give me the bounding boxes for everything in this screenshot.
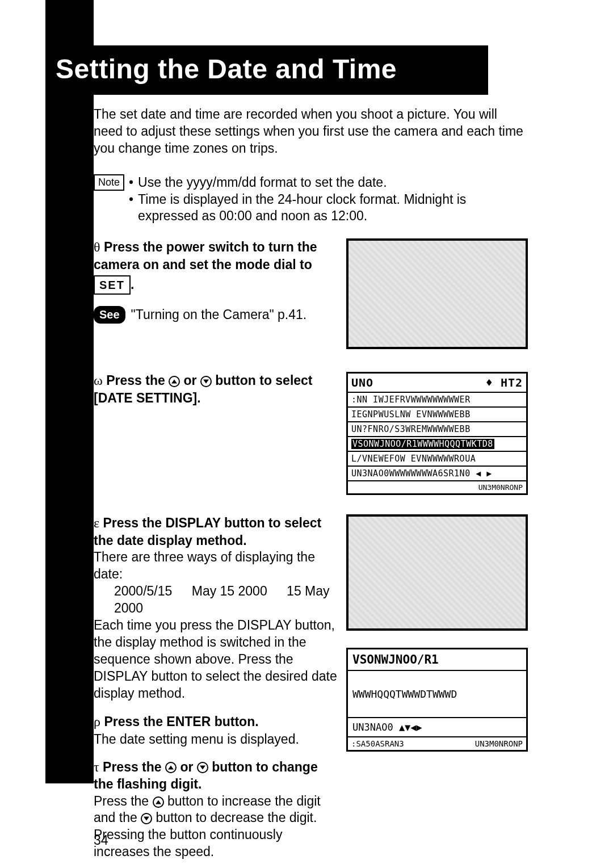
lcd2-title: VSONWJNOO/R1: [348, 649, 526, 670]
step-5-text-a: Press the: [103, 760, 165, 774]
updown-glyph: ♦: [486, 376, 493, 389]
set-mode-label: SET: [94, 275, 131, 295]
step-symbol: ω: [94, 373, 103, 388]
up-button-icon: [165, 762, 177, 773]
step-4-head-text: Press the ENTER button.: [104, 714, 258, 729]
lcd2-foot-right: UN3M0NRONP: [475, 739, 523, 748]
date-examples: 2000/5/15 May 15 2000 15 May 2000: [94, 583, 338, 617]
step-4-body: The date setting menu is displayed.: [94, 731, 338, 748]
step-5-body-a: Press the: [94, 794, 153, 808]
step-4-head: ρ Press the ENTER button.: [94, 713, 338, 731]
bullet-mark: •: [129, 191, 133, 225]
lcd-row: UN?FNRO/S3WREMWWWWWEBB: [348, 421, 526, 436]
lcd-row: L/VNEWEFOW EVNWWWWWROUA: [348, 451, 526, 466]
step-2-text-a: Press the: [106, 373, 169, 388]
step-3-head-text: Press the DISPLAY button to select the d…: [94, 515, 321, 547]
lcd-date-setting-screen: VSONWJNOO/R1 WWWHQQQTWWWDTWWWD UN3NAO0 ▲…: [346, 648, 528, 752]
step-3-body-a: There are three ways of displaying the d…: [94, 549, 338, 583]
step-3-head: ε Press the DISPLAY button to select the…: [94, 514, 338, 549]
left-margin-bar: [45, 0, 94, 783]
intro-paragraph: The set date and time are recorded when …: [94, 106, 528, 157]
step-5-body: Press the button to increase the digit a…: [94, 793, 338, 861]
note-badge: Note: [94, 174, 124, 191]
step-2-head: ω Press the or button to select [DATE SE…: [94, 372, 338, 406]
step-symbol: τ: [94, 760, 99, 774]
step-1-head: θ Press the power switch to turn the cam…: [94, 238, 338, 295]
bullet-mark: •: [129, 174, 133, 191]
camera-illustration-2: [346, 514, 528, 631]
step-3-body-b: Each time you press the DISPLAY button, …: [94, 617, 338, 702]
note-bullet: Time is displayed in the 24-hour clock f…: [138, 191, 528, 225]
step-5-head: τ Press the or button to change the flas…: [94, 758, 338, 793]
date-example: May 15 2000: [192, 584, 267, 598]
note-block: Note •Use the yyyy/mm/dd format to set t…: [94, 174, 528, 225]
up-button-icon: [153, 796, 164, 808]
lcd-head-left: UNO: [351, 376, 373, 389]
step-symbol: ε: [94, 515, 99, 530]
lcd-menu-screen: UNO ♦ HT2 :NN IWJEFRVWWWWWWWWWER IEGNPWU…: [346, 372, 528, 495]
down-button-icon: [141, 813, 152, 824]
page-title: Setting the Date and Time: [45, 45, 488, 95]
down-button-icon: [197, 762, 208, 773]
see-label: See: [94, 306, 125, 324]
see-text: "Turning on the Camera" p.41.: [131, 307, 307, 324]
step-symbol: ρ: [94, 714, 100, 729]
lcd2-row2: UN3NAO0 ▲▼◀▶: [348, 717, 526, 736]
see-reference: See "Turning on the Camera" p.41.: [94, 306, 338, 324]
lcd-head-right: HT2: [501, 376, 523, 389]
page-number: 34: [94, 833, 108, 848]
up-button-icon: [169, 376, 180, 387]
step-symbol: θ: [94, 240, 100, 254]
down-button-icon: [200, 376, 212, 387]
note-bullet: Use the yyyy/mm/dd format to set the dat…: [138, 174, 387, 191]
step-2-text-b: or: [180, 373, 200, 388]
lcd-row: UN3NAO0WWWWWWWWA6SR1N0 ◀ ▶: [348, 466, 526, 480]
lcd2-foot-left: :SA50ASRAN3: [351, 739, 404, 748]
step-1-period: .: [131, 277, 134, 292]
lcd-row-selected: VSONWJNOO/R1WWWWHQQQTWKTD8: [348, 436, 526, 451]
lcd-row: :NN IWJEFRVWWWWWWWWWER: [348, 392, 526, 406]
step-5-text-b: or: [177, 760, 197, 774]
step-1-text-a: Press the power switch to turn the camer…: [94, 240, 317, 271]
lcd2-body: WWWHQQQTWWWDTWWWD: [348, 670, 526, 717]
date-example: 2000/5/15: [114, 584, 172, 598]
note-label: Note: [94, 174, 124, 225]
lcd-foot: UN3M0NRONP: [348, 480, 526, 493]
lcd-row-rev: VSONWJNOO/R1WWWWHQQQTWKTD8: [351, 439, 494, 449]
camera-illustration-1: [346, 238, 528, 349]
lcd-row: IEGNPWUSLNW EVNWWWWEBB: [348, 406, 526, 421]
